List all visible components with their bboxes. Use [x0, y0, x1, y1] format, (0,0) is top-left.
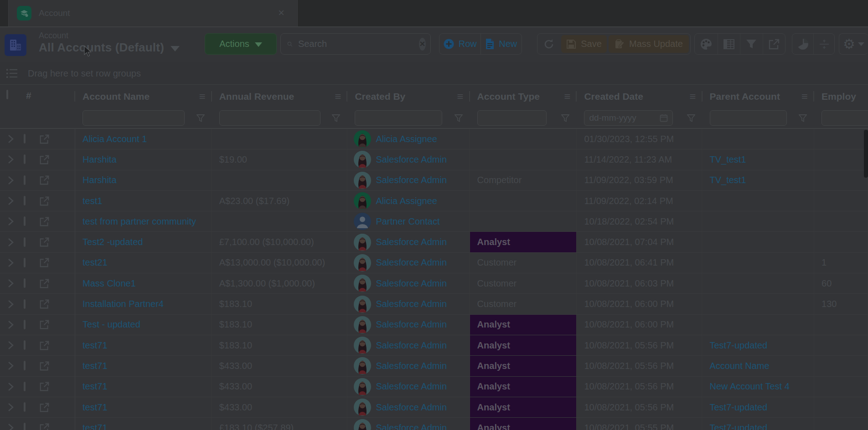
column-view-button[interactable] [718, 34, 740, 54]
save-button[interactable]: Save [561, 35, 607, 53]
gear-icon[interactable]: ⚙ [843, 37, 855, 51]
parent-account-link[interactable]: Account Name [709, 361, 769, 371]
open-in-new-button[interactable] [763, 34, 785, 54]
parent-account-link[interactable]: New Account Test 4 [709, 381, 789, 392]
created-by-link[interactable]: Alicia Assignee [376, 196, 437, 206]
expand-row-chevron-icon[interactable] [7, 361, 14, 370]
mass-update-button[interactable]: Mass Update [609, 35, 689, 53]
select-all-checkbox[interactable] [6, 90, 8, 99]
header-cell-parent-account[interactable]: Parent Account ≡ [703, 85, 815, 108]
open-record-icon[interactable] [39, 237, 50, 247]
filter-funnel-icon[interactable] [455, 114, 463, 122]
open-record-icon[interactable] [39, 278, 50, 289]
expand-row-chevron-icon[interactable] [7, 176, 14, 185]
search-clear-icon[interactable]: ✕ [419, 38, 426, 51]
employees-filter-input[interactable] [827, 113, 868, 123]
column-menu-icon[interactable]: ≡ [199, 92, 206, 101]
column-menu-icon[interactable]: ≡ [689, 92, 696, 101]
created-by-link[interactable]: Salesforce Admin [376, 154, 447, 165]
row-checkbox[interactable] [24, 361, 26, 370]
header-cell-annual-revenue[interactable]: Annual Revenue ≡ [212, 85, 348, 108]
created-by-link[interactable]: Salesforce Admin [376, 299, 447, 309]
tab-close-icon[interactable]: × [278, 6, 284, 19]
account-type-filter-input[interactable] [482, 113, 542, 123]
row-height-button[interactable] [813, 34, 834, 54]
row-checkbox[interactable] [24, 134, 26, 143]
column-menu-icon[interactable]: ≡ [564, 92, 570, 101]
row-checkbox[interactable] [24, 402, 26, 412]
account-name-link[interactable]: test71 [83, 381, 107, 392]
account-name-link[interactable]: test1 [83, 196, 102, 206]
created-by-link[interactable]: Salesforce Admin [376, 278, 447, 289]
actions-button[interactable]: Actions [205, 33, 277, 55]
open-record-icon[interactable] [39, 340, 50, 351]
vertical-scrollbar-thumb[interactable] [864, 130, 868, 178]
expand-row-chevron-icon[interactable] [7, 258, 14, 267]
created-by-link[interactable]: Salesforce Admin [376, 361, 447, 371]
filter-funnel-icon[interactable] [561, 114, 569, 122]
row-checkbox[interactable] [24, 299, 26, 309]
column-menu-icon[interactable]: ≡ [335, 92, 341, 101]
created-by-filter-input[interactable] [360, 113, 437, 123]
created-by-link[interactable]: Salesforce Admin [376, 175, 447, 185]
open-record-icon[interactable] [39, 257, 50, 268]
account-name-link[interactable]: test71 [83, 423, 107, 430]
theme-palette-button[interactable] [695, 34, 718, 54]
expand-row-chevron-icon[interactable] [7, 382, 14, 391]
account-name-link[interactable]: Installation Partner4 [83, 299, 164, 309]
account-name-link[interactable]: Test - updated [83, 319, 140, 330]
created-by-link[interactable]: Partner Contact [376, 216, 439, 227]
created-by-link[interactable]: Salesforce Admin [376, 340, 447, 351]
account-name-link[interactable]: Test2 -updated [83, 237, 143, 247]
row-checkbox[interactable] [24, 320, 26, 329]
row-checkbox[interactable] [24, 237, 26, 247]
row-checkbox[interactable] [24, 340, 26, 350]
header-cell-account-type[interactable]: Account Type ≡ [470, 85, 577, 108]
expand-row-chevron-icon[interactable] [7, 155, 14, 164]
expand-row-chevron-icon[interactable] [7, 341, 14, 350]
open-record-icon[interactable] [39, 361, 50, 371]
open-record-icon[interactable] [39, 196, 50, 206]
account-name-link[interactable]: Mass Clone1 [83, 278, 136, 289]
header-cell-created-date[interactable]: Created Date ≡ [577, 85, 702, 108]
row-checkbox[interactable] [24, 175, 26, 185]
open-record-icon[interactable] [39, 299, 50, 309]
filter-button[interactable] [740, 34, 763, 54]
parent-account-link[interactable]: Test7-updated [709, 402, 767, 413]
expand-row-chevron-icon[interactable] [7, 196, 14, 205]
row-groups-dropzone[interactable]: Drag here to set row groups [0, 62, 868, 85]
refresh-button[interactable] [537, 34, 560, 54]
account-name-link[interactable]: Harshita [83, 154, 116, 165]
parent-account-link[interactable]: TV_test1 [709, 154, 746, 165]
open-record-icon[interactable] [39, 423, 50, 430]
parent-account-filter-input[interactable] [715, 113, 782, 123]
created-by-link[interactable]: Salesforce Admin [376, 402, 447, 413]
parent-account-link[interactable]: Test7-updated [709, 340, 767, 351]
account-name-link[interactable]: test71 [83, 402, 107, 413]
row-checkbox[interactable] [24, 196, 26, 205]
account-name-link[interactable]: test21 [83, 257, 107, 268]
expand-row-chevron-icon[interactable] [7, 238, 14, 247]
filter-funnel-icon[interactable] [799, 114, 807, 122]
expand-row-chevron-icon[interactable] [7, 320, 14, 329]
account-name-link[interactable]: test from partner community [83, 216, 196, 227]
created-by-link[interactable]: Salesforce Admin [376, 381, 447, 392]
filter-funnel-icon[interactable] [332, 114, 340, 122]
tab-account[interactable]: Account × [8, 0, 298, 26]
expand-row-chevron-icon[interactable] [7, 300, 14, 309]
annual-revenue-filter-input[interactable] [224, 113, 315, 123]
expand-row-chevron-icon[interactable] [7, 403, 14, 412]
created-by-link[interactable]: Salesforce Admin [376, 319, 447, 330]
created-by-link[interactable]: Salesforce Admin [376, 257, 447, 268]
header-cell-employees[interactable]: Employ [814, 85, 868, 108]
created-by-link[interactable]: Alicia Assignee [376, 134, 437, 144]
account-name-link[interactable]: test71 [83, 340, 107, 351]
account-name-link[interactable]: Harshita [83, 175, 116, 185]
open-record-icon[interactable] [39, 134, 50, 144]
column-menu-icon[interactable]: ≡ [457, 92, 464, 101]
new-record-button[interactable]: New [481, 34, 522, 54]
open-record-icon[interactable] [39, 381, 50, 392]
parent-account-link[interactable]: TV_test1 [709, 175, 746, 185]
account-name-filter-input[interactable] [88, 113, 180, 123]
chart-button[interactable] [792, 34, 813, 54]
